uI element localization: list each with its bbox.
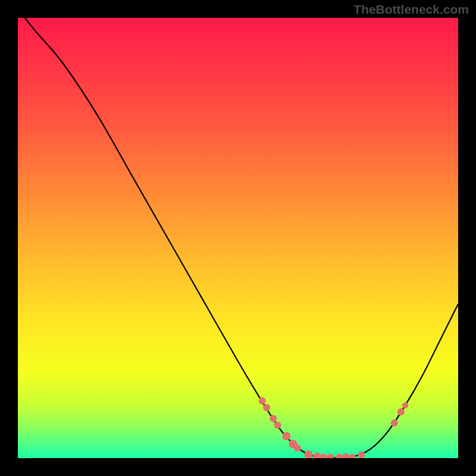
data-marker [294, 444, 301, 452]
bottleneck-chart [0, 0, 476, 476]
data-marker [282, 432, 290, 440]
data-marker [402, 402, 408, 408]
data-marker [336, 454, 343, 461]
data-marker [327, 454, 334, 461]
watermark-text: TheBottleneck.com [353, 2, 469, 17]
data-marker [342, 453, 349, 461]
data-marker [397, 408, 405, 415]
data-marker [391, 419, 398, 427]
data-marker [263, 404, 270, 411]
data-marker [313, 453, 321, 461]
data-marker [320, 454, 327, 461]
data-marker [349, 454, 355, 460]
data-marker [259, 397, 266, 405]
data-marker [304, 450, 312, 459]
gradient-background [18, 18, 458, 458]
chart-container: TheBottleneck.com [0, 0, 476, 476]
data-marker [358, 452, 365, 459]
data-marker [270, 415, 277, 422]
data-marker [274, 422, 281, 429]
